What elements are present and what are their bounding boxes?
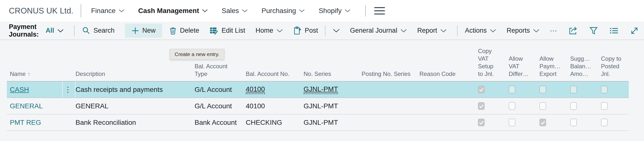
chevron-down-icon xyxy=(533,29,540,33)
allow-vat-differ-checkbox[interactable] xyxy=(509,102,515,110)
sugg-balan-amo-checkbox[interactable] xyxy=(570,119,577,126)
column-header-allow-vat-differ[interactable]: Allow VAT Differ… xyxy=(509,55,540,78)
column-header-description[interactable]: Description xyxy=(76,70,194,78)
chevron-down-icon xyxy=(400,29,407,33)
copy-to-posted-checkbox[interactable] xyxy=(601,102,608,110)
bal-account-no-cell[interactable]: 40100 xyxy=(246,102,304,110)
no-series-cell[interactable]: GJNL-PMT xyxy=(304,119,362,127)
chevron-down-icon xyxy=(242,9,248,12)
column-header-no-series[interactable]: No. Series xyxy=(304,70,362,78)
column-header-bal-account-type[interactable]: Bal. Account Type xyxy=(194,62,246,78)
sugg-balan-amo-checkbox[interactable] xyxy=(570,86,577,93)
menu-hamburger-icon[interactable] xyxy=(374,7,385,14)
copy-vat-setup-checkbox[interactable] xyxy=(478,102,484,110)
bal-account-no-link[interactable]: CHECKING xyxy=(246,119,282,126)
home-menu[interactable]: Home xyxy=(256,27,283,34)
actions-menu[interactable]: Actions xyxy=(465,27,496,34)
share-button[interactable] xyxy=(568,26,578,35)
checkmark-icon xyxy=(479,103,484,109)
column-header-allow-paym-export[interactable]: Allow Paym… Export xyxy=(540,55,570,78)
topbar-divider xyxy=(365,5,366,16)
chevron-down-icon xyxy=(440,29,447,33)
chevron-down-icon xyxy=(202,9,208,12)
post-dropdown-button[interactable] xyxy=(333,28,340,33)
chevron-down-icon xyxy=(57,29,64,33)
sugg-balan-amo-cell xyxy=(570,119,601,126)
no-series-link[interactable]: GJNL-PMT xyxy=(304,119,338,126)
copy-to-posted-checkbox[interactable] xyxy=(601,119,608,126)
description-cell[interactable]: Cash receipts and payments xyxy=(76,86,194,94)
table-row[interactable]: CASH ⋮ Cash receipts and payments G/L Ac… xyxy=(7,82,629,98)
allow-paym-export-checkbox[interactable] xyxy=(540,119,546,126)
sugg-balan-amo-checkbox[interactable] xyxy=(570,102,577,110)
chevron-down-icon xyxy=(276,29,283,33)
column-header-bal-account-no[interactable]: Bal. Account No. xyxy=(246,70,304,78)
column-header-sugg-balan-amo[interactable]: Sugg… Balan… Amo… xyxy=(570,55,601,78)
table-row[interactable]: PMT REG Bank Reconciliation Bank Account… xyxy=(7,115,629,131)
nav-item-sales[interactable]: Sales xyxy=(222,7,248,15)
bal-account-type-cell[interactable]: Bank Account xyxy=(194,119,246,127)
allow-paym-export-checkbox[interactable] xyxy=(540,102,546,110)
top-navigation-bar: CRONUS UK Ltd. Finance Cash Management S… xyxy=(0,0,644,22)
allow-paym-export-cell xyxy=(540,102,570,110)
column-header-name[interactable]: Name↑ xyxy=(7,70,63,78)
list-icon xyxy=(609,26,619,35)
description-cell[interactable]: Bank Reconciliation xyxy=(76,119,194,127)
search-button[interactable]: Search xyxy=(82,26,115,35)
expand-fullscreen-button[interactable] xyxy=(630,26,639,35)
table-row[interactable]: GENERAL GENERAL G/L Account 40100 GJNL-P… xyxy=(7,98,629,115)
row-menu-icon[interactable]: ⋮ xyxy=(63,85,72,94)
reports-menu[interactable]: Reports xyxy=(506,27,540,34)
delete-button[interactable]: Delete xyxy=(169,26,199,35)
nav-item-cash-management[interactable]: Cash Management xyxy=(138,7,208,15)
allow-vat-differ-checkbox[interactable] xyxy=(509,86,515,93)
description-cell[interactable]: GENERAL xyxy=(76,102,194,110)
bal-account-no-link[interactable]: 40100 xyxy=(246,102,265,110)
no-series-link[interactable]: GJNL-PMT xyxy=(304,85,338,94)
checkmark-icon xyxy=(479,120,484,125)
post-journal-icon xyxy=(293,26,302,35)
allow-vat-differ-checkbox[interactable] xyxy=(509,119,515,126)
copy-vat-setup-checkbox[interactable] xyxy=(478,86,484,93)
column-header-copy-vat-setup[interactable]: Copy VAT Setup to Jnl. xyxy=(478,47,509,78)
report-menu[interactable]: Report xyxy=(417,27,447,34)
row-menu-icon[interactable] xyxy=(63,118,64,127)
general-journal-menu[interactable]: General Journal xyxy=(350,27,407,34)
no-series-cell[interactable]: GJNL-PMT xyxy=(304,102,362,110)
edit-list-button[interactable]: Edit List xyxy=(210,26,245,35)
trash-icon xyxy=(169,26,177,35)
company-name[interactable]: CRONUS UK Ltd. xyxy=(9,6,73,15)
journal-name-link[interactable]: PMT REG xyxy=(10,119,41,126)
no-series-link[interactable]: GJNL-PMT xyxy=(304,102,338,110)
more-options-button[interactable]: ⋯ xyxy=(550,26,558,35)
row-menu-icon[interactable] xyxy=(63,102,64,110)
new-button[interactable]: New xyxy=(125,23,162,38)
allow-paym-export-checkbox[interactable] xyxy=(540,86,546,93)
column-header-posting-no-series[interactable]: Posting No. Series xyxy=(362,70,420,78)
share-icon xyxy=(568,26,578,35)
copy-to-posted-checkbox[interactable] xyxy=(601,86,608,93)
column-header-reason-code[interactable]: Reason Code xyxy=(420,70,478,78)
scope-filter-dropdown[interactable]: All xyxy=(46,27,64,34)
copy-to-posted-cell xyxy=(601,86,629,93)
list-view-button[interactable] xyxy=(609,26,619,35)
journal-name-link[interactable]: CASH xyxy=(10,86,29,94)
nav-item-purchasing[interactable]: Purchasing xyxy=(262,7,305,15)
post-button[interactable]: Post xyxy=(293,26,318,35)
chevron-down-icon xyxy=(118,9,124,12)
chevron-down-icon xyxy=(490,29,496,33)
bal-account-type-cell[interactable]: G/L Account xyxy=(194,102,246,110)
toolbar-divider xyxy=(74,25,74,36)
nav-item-shopify[interactable]: Shopify xyxy=(318,7,350,15)
edit-list-icon xyxy=(210,26,218,35)
no-series-cell[interactable]: GJNL-PMT xyxy=(304,85,362,94)
copy-vat-setup-checkbox[interactable] xyxy=(478,119,484,126)
bal-account-no-cell[interactable]: 40100 xyxy=(246,85,304,94)
journal-name-link[interactable]: GENERAL xyxy=(10,102,43,110)
nav-item-finance[interactable]: Finance xyxy=(91,7,124,15)
bal-account-no-cell[interactable]: CHECKING xyxy=(246,119,304,127)
bal-account-no-link[interactable]: 40100 xyxy=(246,85,265,94)
bal-account-type-cell[interactable]: G/L Account xyxy=(194,86,246,94)
filter-button[interactable] xyxy=(589,26,598,35)
column-header-copy-to-posted[interactable]: Copy to Posted Jnl. xyxy=(601,55,629,78)
